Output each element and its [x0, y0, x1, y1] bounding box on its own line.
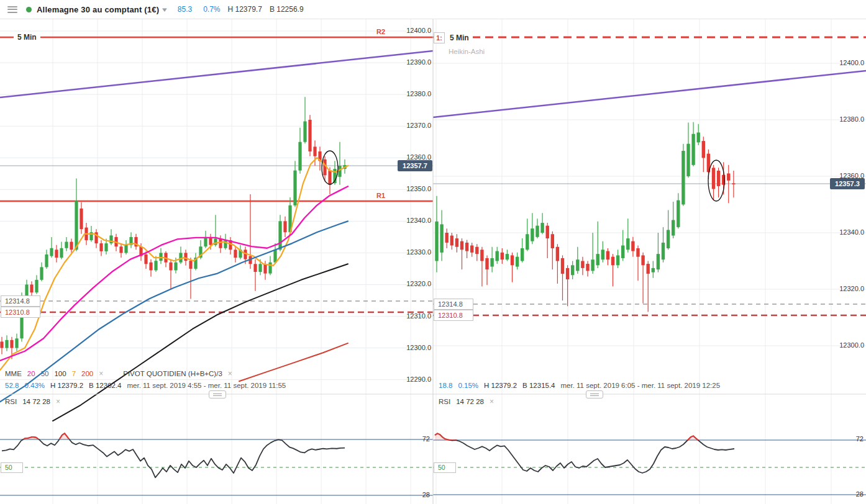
mme-50-label: 50 [41, 370, 49, 377]
left-rsi-mid-box: 50 [1, 462, 23, 473]
left-timeframe-label[interactable]: 5 Min [14, 32, 40, 42]
left-change-pct: 0.43% [24, 382, 45, 389]
trendline [0, 51, 433, 97]
right-high: H 12379.2 [484, 382, 517, 389]
left-price-badge: 12357.7 [398, 160, 432, 171]
header-change-pct: 0.7% [203, 5, 220, 14]
axis-label: 12290.0 [397, 376, 431, 383]
right-rsi-mid-box: 50 [434, 462, 456, 473]
right-timeframe-label[interactable]: 5 Min [446, 33, 473, 43]
pivot-legend-label: PIVOT QUOTIDIEN (H+B+C)/3 [123, 370, 222, 377]
mme-200-label: 200 [81, 370, 93, 377]
instrument-title[interactable]: Allemagne 30 au comptant (1€) [37, 5, 159, 14]
trendline [433, 71, 866, 117]
right-pane-resize-handle[interactable] [586, 390, 603, 398]
mme-legend-label: MME [5, 370, 22, 377]
left-r2-label: R2 [376, 28, 385, 35]
left-high: H 12379.2 [50, 382, 83, 389]
right-rsi-name: RSI [439, 398, 450, 405]
right-price-badge: 12357.3 [830, 178, 865, 189]
axis-label: 12300.0 [830, 341, 864, 349]
market-open-dot-icon [26, 7, 32, 12]
mme-7-label: 7 [72, 370, 76, 377]
right-rsi-params: 14 72 28 [456, 398, 484, 405]
left-change: 52.8 [5, 382, 19, 389]
left-rsi-lower-label: 28 [416, 491, 430, 498]
axis-label: 12340.0 [830, 228, 864, 236]
left-rsi-name: RSI [5, 398, 17, 405]
right-status-row: 18.8 0.15% H 12379.2 B 12315.4 mer. 11 s… [439, 382, 726, 389]
right-rsi-close-icon[interactable]: × [490, 397, 494, 406]
axis-label: 12370.0 [397, 122, 431, 129]
axis-label: 12320.0 [830, 285, 864, 292]
right-rsi-upper-label: 72 [850, 435, 864, 443]
left-r1-label: R1 [376, 192, 385, 199]
right-rsi-lower-label: 28 [850, 490, 864, 498]
axis-label: 12350.0 [397, 185, 431, 192]
left-rsi-close-icon[interactable]: × [56, 397, 60, 406]
header-change: 85.3 [178, 5, 192, 14]
left-date-range: mer. 11 sept. 2019 4:55 - mer. 11 sept. … [127, 382, 286, 389]
axis-label: 12390.0 [397, 58, 431, 66]
right-low: B 12315.4 [522, 382, 555, 389]
axis-label: 12300.0 [397, 344, 431, 351]
header-bar: Allemagne 30 au comptant (1€) ▾ 85.3 0.7… [0, 0, 866, 19]
left-status-row: 52.8 0.43% H 12379.2 B 12302.4 mer. 11 s… [5, 382, 291, 389]
right-date-range: mer. 11 sept. 2019 6:05 - mer. 11 sept. … [561, 382, 721, 389]
mme-close-icon[interactable]: × [99, 369, 103, 378]
mme-20-label: 20 [27, 370, 35, 377]
axis-label: 12400.0 [830, 59, 864, 66]
header-high: H 12379.7 [228, 5, 262, 14]
right-alert-level-badge[interactable]: 1: [434, 32, 445, 43]
axis-label: 12380.0 [830, 115, 864, 123]
header-low: B 12256.9 [270, 5, 304, 14]
axis-label: 12320.0 [397, 280, 431, 287]
MME 100 [53, 264, 348, 421]
right-level-lower-box: 12310.8 [434, 310, 473, 321]
left-rsi-legend: RSI 14 72 28 × [5, 397, 66, 406]
left-rsi-upper-label: 72 [416, 435, 430, 443]
right-change-pct: 0.15% [458, 382, 478, 389]
chevron-down-icon[interactable]: ▾ [162, 6, 167, 14]
right-change: 18.8 [439, 382, 452, 389]
left-level-upper-box: 12314.8 [1, 295, 40, 307]
left-indicator-legend: MME 20 50 100 7 200 × PIVOT QUOTIDIEN (H… [5, 369, 238, 378]
axis-label: 12380.0 [397, 90, 431, 97]
rsi-line [2, 433, 345, 477]
trading-app: Allemagne 30 au comptant (1€) ▾ 85.3 0.7… [0, 0, 866, 504]
axis-label: 12340.0 [397, 217, 431, 224]
right-charttype-label: Heikin-Ashi [449, 48, 485, 55]
right-rsi-legend: RSI 14 72 28 × [439, 397, 499, 406]
mme-100-label: 100 [54, 370, 66, 377]
right-level-upper-box: 12314.8 [434, 299, 473, 310]
left-low: B 12302.4 [89, 382, 121, 389]
axis-label: 12330.0 [397, 248, 431, 256]
charts-canvas [0, 0, 866, 504]
pivot-close-icon[interactable]: × [228, 369, 232, 378]
menu-icon[interactable] [7, 6, 17, 13]
rsi-overbought [2, 433, 345, 477]
MME 200 [239, 343, 348, 381]
left-pane-resize-handle[interactable] [209, 390, 226, 398]
axis-label: 12310.0 [397, 312, 431, 320]
axis-label: 12400.0 [397, 27, 431, 34]
left-level-lower-box: 12310.8 [1, 307, 40, 318]
left-rsi-params: 14 72 28 [22, 398, 50, 405]
